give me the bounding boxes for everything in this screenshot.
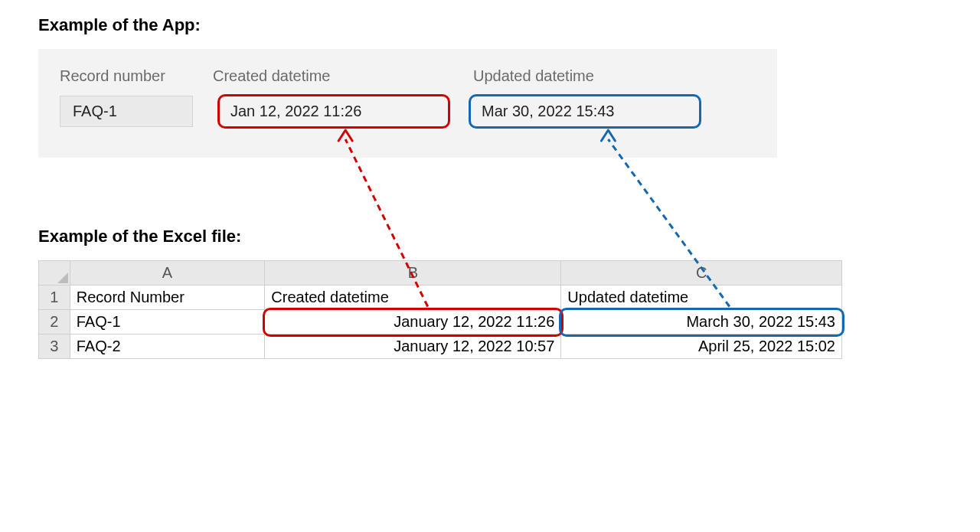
excel-col-letter-b: B [265, 261, 561, 286]
value-record-number: FAQ-1 [60, 96, 193, 127]
excel-cell-c3: April 25, 2022 15:02 [561, 335, 842, 359]
excel-cell-b3: January 12, 2022 10:57 [265, 335, 561, 359]
app-panel: Record number Created datetime Updated d… [38, 49, 777, 158]
excel-corner-cell [39, 261, 70, 286]
excel-row-3: 3 FAQ-2 January 12, 2022 10:57 April 25,… [39, 335, 842, 359]
excel-col-letters-row: A B C [39, 261, 842, 286]
app-labels-row: Record number Created datetime Updated d… [60, 67, 756, 85]
label-record-number: Record number [60, 67, 213, 85]
excel-cell-b2: January 12, 2022 11:26 [265, 310, 561, 335]
excel-header-a: Record Number [70, 286, 265, 310]
heading-app-example: Example of the App: [38, 15, 942, 35]
excel-header-c: Updated datetime [561, 286, 842, 310]
app-values-row: FAQ-1 Jan 12, 2022 11:26 Mar 30, 2022 15… [60, 94, 756, 129]
arrow-updated-icon [0, 0, 1, 1]
excel-col-letter-c: C [561, 261, 842, 286]
value-updated-datetime: Mar 30, 2022 15:43 [469, 94, 701, 129]
value-created-datetime: Jan 12, 2022 11:26 [217, 94, 450, 129]
heading-excel-example: Example of the Excel file: [38, 227, 942, 246]
excel-col-letter-a: A [70, 261, 265, 286]
excel-row-number: 2 [39, 310, 70, 335]
excel-row-1: 1 Record Number Created datetime Updated… [39, 286, 842, 310]
excel-cell-a2: FAQ-1 [70, 310, 265, 335]
excel-row-number: 3 [39, 335, 70, 359]
excel-table: A B C 1 Record Number Created datetime U… [38, 260, 842, 359]
excel-cell-a3: FAQ-2 [70, 335, 265, 359]
label-created-datetime: Created datetime [213, 67, 473, 85]
excel-row-number: 1 [39, 286, 70, 310]
excel-wrap: A B C 1 Record Number Created datetime U… [38, 260, 842, 359]
arrow-created-icon [0, 0, 1, 1]
excel-header-b: Created datetime [265, 286, 561, 310]
excel-cell-c2: March 30, 2022 15:43 [561, 310, 842, 335]
excel-row-2: 2 FAQ-1 January 12, 2022 11:26 March 30,… [39, 310, 842, 335]
label-updated-datetime: Updated datetime [473, 67, 733, 85]
